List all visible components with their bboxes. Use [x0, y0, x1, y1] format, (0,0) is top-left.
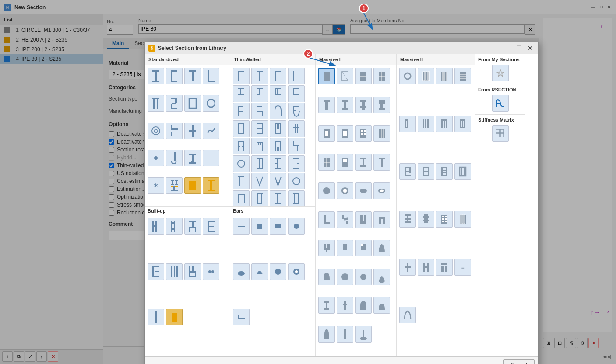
tw-16[interactable] [288, 120, 305, 137]
massive1-grid1[interactable] [318, 154, 335, 171]
massive1-l[interactable] [318, 211, 335, 228]
massive1-pillar2[interactable] [337, 297, 353, 314]
massive1-box[interactable] [318, 125, 335, 142]
tw-18[interactable] [251, 138, 268, 154]
dialog-close[interactable]: ✕ [526, 44, 535, 52]
massive1-I[interactable] [355, 154, 372, 171]
massive1-selected[interactable] [318, 68, 335, 84]
massive1-2[interactable] [337, 68, 353, 84]
m2-3[interactable] [436, 68, 453, 84]
std-shape-wave[interactable] [203, 122, 219, 139]
massive1-box3[interactable] [355, 125, 372, 142]
dialog-cancel-button[interactable]: Cancel [503, 359, 535, 364]
m2-18[interactable] [418, 259, 434, 276]
tw-26[interactable] [251, 173, 268, 189]
std-shape-zeta[interactable] [166, 95, 183, 112]
m2-1[interactable] [399, 68, 416, 84]
tw-17[interactable] [233, 138, 250, 154]
massive1-t[interactable] [318, 97, 335, 113]
massive1-leaf[interactable] [373, 269, 390, 285]
tw-32[interactable] [288, 190, 305, 206]
tw-20[interactable] [288, 138, 305, 154]
tw-15[interactable] [270, 120, 286, 137]
massive1-circle3[interactable] [355, 269, 372, 285]
m2-8[interactable] [454, 116, 471, 132]
tw-6[interactable] [251, 85, 268, 102]
std-shape-cross[interactable] [184, 122, 201, 139]
buildup-shape-3[interactable] [184, 218, 201, 234]
tw-27[interactable] [270, 173, 286, 189]
massive1-u2[interactable] [373, 211, 390, 228]
bar-circle3[interactable] [288, 263, 305, 280]
std-shape-blank[interactable] [203, 150, 219, 166]
buildup-shape-6[interactable] [166, 263, 183, 280]
tw-10[interactable] [251, 103, 268, 119]
tw-5[interactable] [233, 85, 250, 102]
massive1-circle[interactable] [318, 182, 335, 199]
tw-14[interactable] [251, 120, 268, 137]
massive1-arch[interactable] [318, 269, 335, 285]
massive1-box2[interactable] [337, 125, 353, 142]
bar-square[interactable] [251, 218, 268, 234]
std-shape-T[interactable] [184, 68, 201, 84]
tw-31[interactable] [270, 190, 286, 206]
bar-corner[interactable] [233, 309, 250, 326]
from-sections-star[interactable] [492, 65, 509, 81]
massive1-3[interactable] [355, 68, 372, 84]
std-shape-doubleI[interactable] [166, 177, 183, 194]
massive1-pillar[interactable] [318, 297, 335, 314]
m2-7[interactable] [436, 116, 453, 132]
tw-9[interactable] [233, 103, 250, 119]
tw-8[interactable] [288, 85, 305, 102]
m2-16[interactable] [454, 211, 471, 228]
std-shape-dot[interactable] [148, 150, 164, 166]
std-shape-solid-rect[interactable] [184, 177, 201, 194]
massive1-misc[interactable] [373, 297, 390, 314]
massive1-misc2[interactable] [355, 326, 372, 343]
massive1-vert-lines[interactable] [373, 125, 390, 142]
massive1-ring[interactable] [337, 182, 353, 199]
dialog-maximize[interactable]: ☐ [514, 44, 523, 52]
buildup-shape-8[interactable] [203, 263, 219, 280]
massive1-cross[interactable] [355, 97, 372, 113]
tw-24[interactable] [288, 155, 305, 172]
massive1-cross2[interactable] [373, 97, 390, 113]
massive1-curve[interactable] [373, 240, 390, 256]
tw-23[interactable] [270, 155, 286, 172]
std-shape-TT[interactable] [148, 95, 164, 112]
dialog-minimize[interactable]: — [503, 44, 512, 52]
std-shape-solid-I[interactable] [203, 177, 219, 194]
m2-2[interactable] [418, 68, 434, 84]
stiffness-icon[interactable] [492, 125, 509, 142]
tw-1[interactable] [233, 68, 250, 84]
massive1-u[interactable] [355, 211, 372, 228]
m2-20[interactable]: ≡ [454, 259, 471, 276]
buildup-shape-2[interactable] [166, 218, 183, 234]
m2-14[interactable] [418, 211, 434, 228]
massive1-ellipse[interactable] [355, 182, 372, 199]
massive1-door[interactable] [318, 240, 335, 256]
m2-11[interactable] [436, 163, 453, 180]
bar-rect[interactable] [270, 218, 286, 234]
m2-9[interactable] [399, 163, 416, 180]
m2-21[interactable] [399, 307, 416, 323]
std-shape-rect[interactable] [184, 95, 201, 112]
massive1-rect2[interactable] [337, 240, 353, 256]
bar-segment[interactable] [251, 263, 268, 280]
m2-12[interactable] [454, 163, 471, 180]
buildup-shape-7[interactable] [184, 263, 201, 280]
m2-5[interactable] [399, 116, 416, 132]
tw-12[interactable] [288, 103, 305, 119]
massive1-thin[interactable] [337, 326, 353, 343]
std-shape-I[interactable] [148, 68, 164, 84]
std-shape-circle[interactable] [203, 95, 219, 112]
bar-circle[interactable] [288, 218, 305, 234]
buildup-shape-5[interactable] [148, 263, 164, 280]
std-shape-j[interactable] [166, 150, 183, 166]
tw-19[interactable] [270, 138, 286, 154]
tw-11[interactable] [270, 103, 286, 119]
tw-21[interactable] [233, 155, 250, 172]
m2-10[interactable] [418, 163, 434, 180]
massive1-arch2[interactable] [355, 297, 372, 314]
buildup-shape-4[interactable] [203, 218, 219, 234]
